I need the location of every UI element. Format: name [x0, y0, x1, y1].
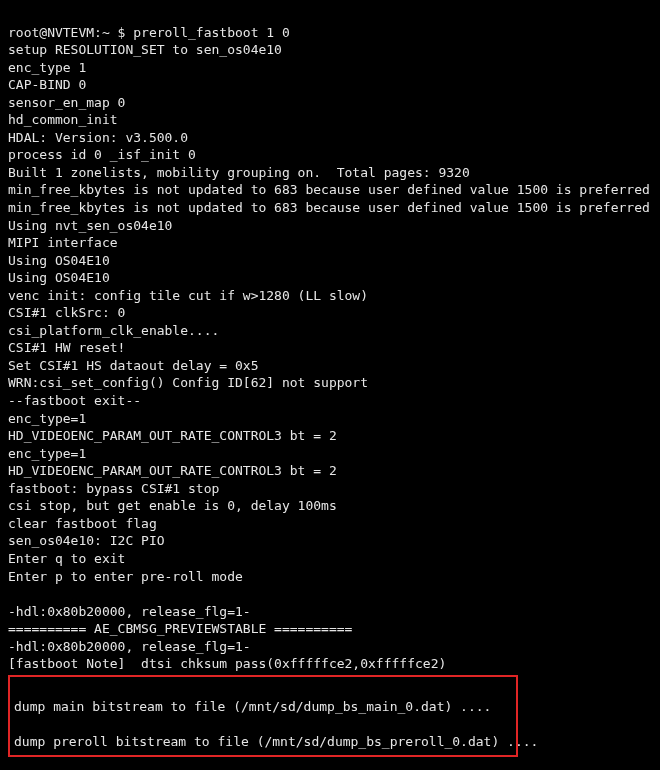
output-line: sensor_en_map 0 [8, 95, 125, 110]
output-line: fastboot: bypass CSI#1 stop [8, 481, 219, 496]
output-line: Enter q to exit [8, 551, 125, 566]
output-line: venc init: config tile cut if w>1280 (LL… [8, 288, 368, 303]
output-line: csi_platform_clk_enable.... [8, 323, 219, 338]
highlighted-dump-output: dump main bitstream to file (/mnt/sd/dum… [8, 675, 518, 757]
output-line: enc_type 1 [8, 60, 86, 75]
output-line: -hdl:0x80b20000, release_flg=1- [8, 604, 251, 619]
output-line: HDAL: Version: v3.500.0 [8, 130, 188, 145]
output-line: ========== AE_CBMSG_PREVIEWSTABLE ======… [8, 621, 352, 636]
output-line: process id 0 _isf_init 0 [8, 147, 196, 162]
output-line: csi stop, but get enable is 0, delay 100… [8, 498, 337, 513]
output-line: -hdl:0x80b20000, release_flg=1- [8, 639, 251, 654]
output-line: HD_VIDEOENC_PARAM_OUT_RATE_CONTROL3 bt =… [8, 428, 337, 443]
output-line: Built 1 zonelists, mobility grouping on.… [8, 165, 470, 180]
output-line: hd_common_init [8, 112, 118, 127]
output-line: enc_type=1 [8, 446, 86, 461]
output-line: [fastboot Note] dtsi chksum pass(0xfffff… [8, 656, 446, 671]
output-line: MIPI interface [8, 235, 118, 250]
blank-line [8, 585, 652, 603]
output-line: HD_VIDEOENC_PARAM_OUT_RATE_CONTROL3 bt =… [8, 463, 337, 478]
output-line: Using OS04E10 [8, 253, 110, 268]
output-line: dump main bitstream to file (/mnt/sd/dum… [14, 699, 491, 714]
prompt-user-host: root@NVTEVM [8, 25, 94, 40]
output-line: CSI#1 HW reset! [8, 340, 125, 355]
output-line: dump preroll bitstream to file (/mnt/sd/… [14, 734, 538, 749]
prompt-symbol: $ [118, 25, 126, 40]
output-line: Using OS04E10 [8, 270, 110, 285]
prompt-path: ~ [102, 25, 110, 40]
output-line: setup RESOLUTION_SET to sen_os04e10 [8, 42, 282, 57]
terminal-output[interactable]: root@NVTEVM:~ $ preroll_fastboot 1 0 set… [0, 0, 660, 770]
output-line: min_free_kbytes is not updated to 683 be… [8, 182, 650, 197]
output-line: sen_os04e10: I2C PIO [8, 533, 165, 548]
output-line: min_free_kbytes is not updated to 683 be… [8, 200, 650, 215]
output-line: Set CSI#1 HS dataout delay = 0x5 [8, 358, 258, 373]
output-line: CAP-BIND 0 [8, 77, 86, 92]
output-line: --fastboot exit-- [8, 393, 141, 408]
output-line: Using nvt_sen_os04e10 [8, 218, 172, 233]
output-line: clear fastboot flag [8, 516, 157, 531]
shell-prompt: root@NVTEVM:~ $ preroll_fastboot 1 0 [8, 25, 290, 40]
output-line: Enter p to enter pre-roll mode [8, 569, 243, 584]
output-line: WRN:csi_set_config() Config ID[62] not s… [8, 375, 368, 390]
output-line: enc_type=1 [8, 411, 86, 426]
output-line: CSI#1 clkSrc: 0 [8, 305, 125, 320]
prompt-command: preroll_fastboot 1 0 [133, 25, 290, 40]
